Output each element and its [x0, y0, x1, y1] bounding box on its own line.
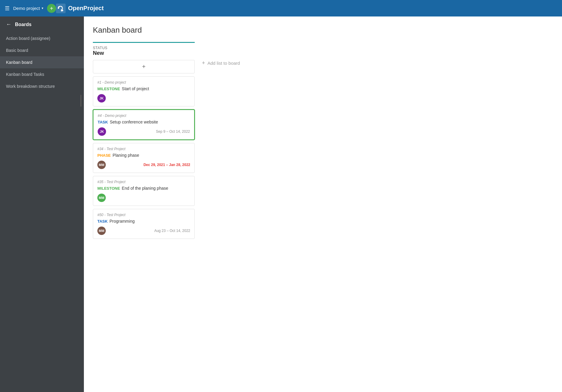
card-avatar: JK — [97, 94, 106, 102]
card-footer: JK Sep 9 – Oct 14, 2022 — [98, 127, 190, 136]
sidebar-item-work-breakdown[interactable]: Work breakdown structure — [0, 80, 84, 92]
card-separator: - — [104, 213, 106, 217]
sidebar-header: ← Boards — [0, 16, 84, 32]
svg-point-1 — [62, 10, 63, 11]
card-type-badge: TASK — [98, 120, 108, 124]
card-avatar: MM — [97, 161, 106, 169]
add-button[interactable]: + — [47, 4, 56, 13]
sidebar-item-kanban-board-tasks[interactable]: Kanban board Tasks — [0, 68, 84, 80]
add-list-to-board-button[interactable]: +Add list to board — [202, 57, 240, 69]
card-date: Sep 9 – Oct 14, 2022 — [156, 129, 190, 134]
project-selector[interactable]: Demo project ▾ — [13, 6, 43, 11]
logo-text: OpenProject — [68, 5, 104, 12]
card-footer: MM Aug 23 – Oct 14, 2022 — [97, 227, 190, 235]
card-name: Programming — [109, 219, 135, 224]
add-card-button[interactable]: + — [93, 60, 195, 73]
card-name: Planing phase — [113, 153, 139, 158]
project-dropdown-arrow: ▾ — [42, 6, 43, 10]
sidebar-back-button[interactable]: ← — [6, 21, 11, 28]
card-item[interactable]: #34 - Test Project PHASE Planing phase M… — [93, 143, 195, 173]
card-avatar: MM — [97, 194, 106, 202]
card-meta: #50 - Test Project — [97, 213, 190, 217]
page-title: Kanban board — [93, 25, 553, 35]
card-meta: #1 - Demo project — [97, 80, 190, 85]
card-project: Test Project — [107, 147, 126, 151]
card-title-row: MILESTONE Start of project — [97, 86, 190, 91]
card-type-badge: MILESTONE — [97, 87, 120, 91]
card-name: Start of project — [122, 86, 149, 91]
card-number: #4 — [98, 114, 102, 118]
card-separator: - — [104, 180, 106, 184]
card-footer: JK — [97, 94, 190, 102]
card-separator: - — [102, 80, 105, 85]
add-list-label: Add list to board — [208, 61, 240, 66]
card-number: #50 — [97, 213, 103, 217]
hamburger-icon[interactable]: ☰ — [5, 5, 10, 12]
logo-icon — [56, 4, 66, 13]
card-avatar: MM — [97, 227, 106, 235]
sidebar-nav: Action board (assignee)Basic boardKanban… — [0, 32, 84, 92]
sidebar-title: Boards — [15, 22, 31, 27]
app-layout: ← Boards Action board (assignee)Basic bo… — [0, 16, 562, 392]
card-meta: #34 - Test Project — [97, 147, 190, 151]
sidebar-item-kanban-board[interactable]: Kanban board — [0, 56, 84, 68]
card-item[interactable]: #50 - Test Project TASK Programming MM A… — [93, 209, 195, 239]
card-project: Demo project — [105, 114, 126, 118]
card-project: Test Project — [107, 180, 126, 184]
card-type-badge: PHASE — [97, 153, 111, 158]
card-type-badge: MILESTONE — [97, 186, 120, 191]
card-title-row: TASK Setup conference website — [98, 120, 190, 124]
card-date: Dec 29, 2021 – Jan 28, 2022 — [143, 163, 190, 167]
card-meta: #4 - Demo project — [98, 114, 190, 118]
top-navbar: ☰ Demo project ▾ + OpenProject — [0, 0, 562, 16]
card-avatar: JK — [98, 127, 106, 136]
card-title-row: MILESTONE End of the planing phase — [97, 186, 190, 191]
sidebar-resizer[interactable] — [80, 95, 81, 107]
sidebar-bottom — [0, 92, 84, 109]
card-type-badge: TASK — [97, 219, 108, 224]
sidebar-item-action-board[interactable]: Action board (assignee) — [0, 32, 84, 44]
column-header: Status New — [93, 42, 195, 56]
main-content: Kanban board Status New + #1 - Demo proj… — [84, 16, 562, 392]
card-name: End of the planing phase — [122, 186, 168, 191]
card-title-row: TASK Programming — [97, 219, 190, 224]
card-project: Demo project — [105, 80, 126, 85]
card-project: Test Project — [107, 213, 126, 217]
card-separator: - — [104, 147, 106, 151]
card-item[interactable]: #1 - Demo project MILESTONE Start of pro… — [93, 76, 195, 106]
column-title: New — [93, 50, 195, 56]
column-status-label: Status — [93, 46, 195, 50]
card-title-row: PHASE Planing phase — [97, 153, 190, 158]
sidebar-item-basic-board[interactable]: Basic board — [0, 44, 84, 56]
board-container: Status New + #1 - Demo project MILESTONE… — [93, 42, 553, 242]
openproject-logo: OpenProject — [56, 4, 104, 13]
sidebar: ← Boards Action board (assignee)Basic bo… — [0, 16, 84, 392]
card-number: #34 — [97, 147, 103, 151]
project-name-label: Demo project — [13, 6, 40, 11]
card-meta: #35 - Test Project — [97, 180, 190, 184]
board-column-new: Status New + #1 - Demo project MILESTONE… — [93, 42, 195, 242]
card-footer: MM Dec 29, 2021 – Jan 28, 2022 — [97, 161, 190, 169]
card-footer: MM — [97, 194, 190, 202]
card-number: #35 — [97, 180, 103, 184]
card-item[interactable]: #4 - Demo project TASK Setup conference … — [93, 109, 195, 140]
card-number: #1 — [97, 80, 101, 85]
card-separator: - — [103, 114, 105, 118]
add-list-icon: + — [202, 60, 205, 66]
svg-rect-0 — [56, 4, 66, 13]
card-date: Aug 23 – Oct 14, 2022 — [154, 229, 190, 233]
card-item[interactable]: #35 - Test Project MILESTONE End of the … — [93, 176, 195, 206]
navbar-left: ☰ Demo project ▾ + — [5, 4, 56, 13]
card-name: Setup conference website — [110, 120, 158, 124]
